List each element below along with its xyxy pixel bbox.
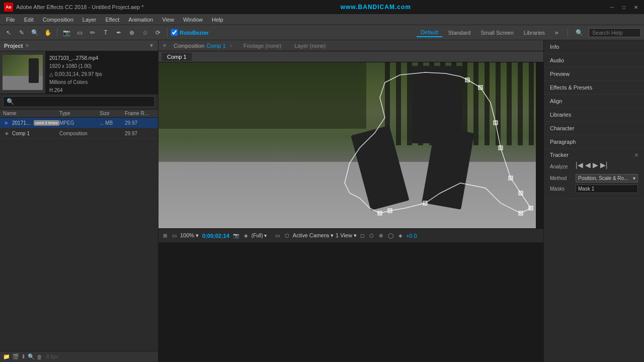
- viewer-region-btn[interactable]: ▭: [274, 233, 281, 238]
- svg-rect-9: [388, 209, 392, 213]
- menu-file[interactable]: File: [2, 16, 19, 24]
- viewer-zoom[interactable]: 100% ▾: [180, 232, 200, 239]
- svg-rect-1: [478, 85, 482, 89]
- tracker-section: Tracker ≡ Analyze |◀ ◀ ▶ ▶| Method Posit…: [544, 149, 644, 199]
- project-panel-menu[interactable]: ▼: [149, 43, 154, 48]
- viewer-live-btn[interactable]: ◈: [397, 233, 404, 238]
- project-item-video[interactable]: ▶ 2017103_....mp4 used 2 times MPEG ... …: [0, 118, 158, 128]
- viewer-camera[interactable]: Active Camera ▾: [293, 232, 334, 239]
- panel-preview[interactable]: Preview: [544, 67, 644, 81]
- menu-window[interactable]: Window: [179, 16, 207, 24]
- viewer-more-btn[interactable]: ◯: [386, 233, 395, 238]
- project-item-comp[interactable]: ◈ Comp 1 Composition 29.97: [0, 128, 158, 139]
- menu-effect[interactable]: Effect: [101, 16, 123, 24]
- text-tool[interactable]: T: [100, 27, 111, 38]
- roto-tool[interactable]: ⟳: [152, 27, 164, 38]
- project-title: Project: [4, 43, 23, 49]
- workspace-standard[interactable]: Standard: [444, 29, 475, 37]
- workspace-expand-icon[interactable]: »: [551, 27, 562, 38]
- preview-codec: H.264: [49, 86, 154, 94]
- viewer-quality[interactable]: (Full) ▾: [252, 233, 272, 238]
- svg-rect-10: [378, 211, 382, 215]
- viewer-tab-close[interactable]: ✕: [160, 43, 169, 48]
- import-btn[interactable]: ⬇: [21, 353, 26, 360]
- tracker-prev-frame-btn[interactable]: |◀: [576, 161, 583, 169]
- comp-tab-close-icon[interactable]: ≡: [230, 43, 232, 48]
- tracker-method-chevron: ▾: [633, 175, 635, 181]
- tracker-method-value: Position, Scale & Ro...: [578, 175, 628, 181]
- viewer-grid-btn[interactable]: ⊞: [162, 233, 169, 238]
- puppet-tool[interactable]: ☆: [139, 27, 150, 38]
- menu-view[interactable]: View: [158, 16, 178, 24]
- zoom-tool[interactable]: 🔍: [29, 27, 40, 38]
- main-content: Project ≡ ▼ 2017103_...2758.mp4 1920 x 1…: [0, 40, 644, 362]
- workspace-small-screen[interactable]: Small Screen: [476, 29, 517, 37]
- bit-depth: 8 bpc: [46, 354, 58, 359]
- viewer-snapshot-btn[interactable]: 📷: [231, 233, 240, 238]
- menu-edit[interactable]: Edit: [20, 16, 38, 24]
- delete-btn[interactable]: 🗑: [37, 354, 42, 360]
- comp-tab-comp1[interactable]: Comp 1: [162, 52, 192, 61]
- viewer-export-btn[interactable]: ⬡: [368, 233, 375, 238]
- rect-tool[interactable]: ▭: [74, 27, 85, 38]
- col-size-header: Size: [100, 111, 125, 116]
- panel-audio[interactable]: Audio: [544, 54, 644, 67]
- tracker-method-row: Method Position, Scale & Ro... ▾: [550, 174, 638, 183]
- tracker-method-dropdown[interactable]: Position, Scale & Ro... ▾: [576, 174, 638, 183]
- panel-info[interactable]: Info: [544, 40, 644, 54]
- panel-character[interactable]: Character: [544, 122, 644, 135]
- layer-none-tab[interactable]: Layer (none): [288, 42, 332, 50]
- toolbar-separator-2: [167, 28, 168, 37]
- panel-align[interactable]: Align: [544, 95, 644, 108]
- window-controls: ─ □ ✕: [608, 3, 640, 11]
- preview-thumbnail: [0, 51, 45, 94]
- svg-rect-0: [465, 78, 469, 82]
- find-btn[interactable]: 🔍: [28, 353, 35, 360]
- panel-effects-presets[interactable]: Effects & Presets: [544, 81, 644, 95]
- maximize-button[interactable]: □: [620, 3, 628, 11]
- camera-tool[interactable]: 📷: [61, 27, 72, 38]
- pen-tool-2[interactable]: ✒: [113, 27, 124, 38]
- select-tool[interactable]: ↖: [3, 27, 14, 38]
- tracker-back-btn[interactable]: ◀: [585, 161, 591, 169]
- comp-tab-name: Comp 1: [206, 43, 226, 49]
- project-search-input[interactable]: [3, 96, 155, 107]
- svg-rect-6: [529, 206, 533, 210]
- menu-animation[interactable]: Animation: [124, 16, 157, 24]
- menu-layer[interactable]: Layer: [78, 16, 101, 24]
- viewer-render-btn[interactable]: ◻: [359, 233, 366, 238]
- workspace-default[interactable]: Default: [417, 28, 442, 37]
- preview-color: Millions of Colors: [49, 78, 154, 86]
- panel-libraries[interactable]: Libraries: [544, 108, 644, 122]
- tracker-next-frame-btn[interactable]: ▶|: [600, 161, 608, 169]
- new-comp-btn[interactable]: 🎬: [12, 353, 19, 360]
- menu-composition[interactable]: Composition: [39, 16, 77, 24]
- search-input[interactable]: [592, 30, 637, 36]
- viewer-timecode[interactable]: 0;00;02;14: [202, 233, 229, 239]
- brush-tool[interactable]: ✏: [87, 27, 98, 38]
- panel-paragraph[interactable]: Paragraph: [544, 135, 644, 149]
- viewer-overlay-btn[interactable]: ⊕: [377, 233, 384, 238]
- footage-none-tab[interactable]: Footage (none): [237, 42, 287, 50]
- roto-bezier-checkbox[interactable]: RotoBezier: [171, 29, 209, 36]
- toolbar-right: Default Standard Small Screen Libraries …: [417, 27, 641, 38]
- viewer-safe-btn[interactable]: ▭: [171, 233, 178, 238]
- new-folder-btn[interactable]: 📁: [3, 353, 10, 360]
- viewer-3d-btn[interactable]: ⬡: [283, 233, 291, 238]
- stamp-tool[interactable]: ⊕: [126, 27, 137, 38]
- tracker-masks-value[interactable]: Mask 1: [576, 185, 638, 193]
- tracker-forward-btn[interactable]: ▶: [593, 161, 598, 169]
- pen-tool[interactable]: ✎: [16, 27, 27, 38]
- viewer-color-btn[interactable]: ◈: [243, 233, 250, 238]
- roto-bezier-check[interactable]: [171, 29, 178, 36]
- menu-help[interactable]: Help: [208, 16, 227, 24]
- minimize-button[interactable]: ─: [608, 3, 616, 11]
- close-button[interactable]: ✕: [632, 3, 640, 11]
- viewer-tab-footage[interactable]: Composition Comp 1 ≡: [170, 42, 236, 50]
- tracker-title-bar: Tracker ≡: [550, 152, 638, 158]
- tracker-menu-btn[interactable]: ≡: [635, 152, 638, 158]
- workspace-libraries[interactable]: Libraries: [520, 29, 549, 37]
- search-box[interactable]: [589, 28, 641, 37]
- hand-tool[interactable]: ✋: [42, 27, 53, 38]
- viewer-view[interactable]: 1 View ▾: [336, 232, 357, 239]
